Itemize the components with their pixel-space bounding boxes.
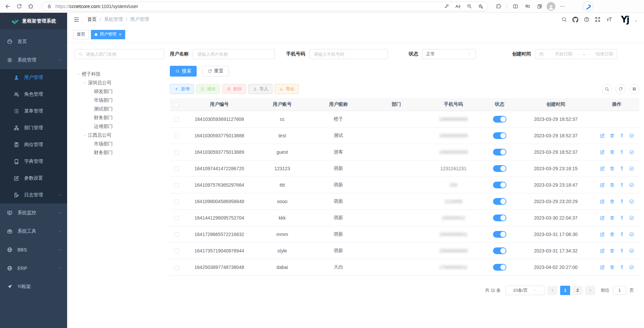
bing-chat-button[interactable] xyxy=(582,1,594,12)
column-settings-button[interactable] xyxy=(629,84,639,94)
column-header-0[interactable]: 用户编号 xyxy=(183,98,255,111)
prev-page-button[interactable] xyxy=(547,286,557,295)
collapse-sidebar-button[interactable] xyxy=(73,16,80,23)
row-checkbox[interactable] xyxy=(174,183,179,188)
status-toggle[interactable] xyxy=(493,116,506,123)
add-favorite-button[interactable] xyxy=(476,2,486,11)
column-header-7[interactable]: 操作 xyxy=(594,98,639,111)
export-button[interactable]: 导出 xyxy=(275,84,299,94)
fullscreen-button[interactable] xyxy=(595,16,601,22)
status-select[interactable]: 正常 xyxy=(422,49,476,59)
favorites-button[interactable] xyxy=(523,2,533,11)
column-header-1[interactable]: 用户账号 xyxy=(255,98,309,111)
header-search-button[interactable] xyxy=(561,16,567,22)
delete-user-button[interactable]: 删除 xyxy=(222,84,246,94)
edit-row-button[interactable] xyxy=(600,215,605,221)
tab-1[interactable]: 用户管理× xyxy=(91,30,125,39)
status-toggle[interactable] xyxy=(493,247,506,254)
delete-row-button[interactable] xyxy=(609,215,615,221)
tree-node-0[interactable]: 橙子科技 xyxy=(75,70,164,79)
status-toggle[interactable] xyxy=(493,198,506,205)
goto-page-input[interactable] xyxy=(613,286,626,295)
status-toggle[interactable] xyxy=(493,165,506,172)
status-toggle[interactable] xyxy=(493,264,506,271)
department-search-field[interactable] xyxy=(75,49,164,59)
reset-password-button[interactable] xyxy=(619,199,625,204)
row-checkbox[interactable] xyxy=(174,117,179,122)
row-checkbox[interactable] xyxy=(174,199,179,204)
column-header-4[interactable]: 手机号码 xyxy=(425,98,482,111)
edit-row-button[interactable] xyxy=(600,265,605,270)
reset-password-button[interactable] xyxy=(619,149,625,155)
address-bar[interactable]: https://ccnetcore.com:1101/system/user xyxy=(42,2,488,11)
edit-row-button[interactable] xyxy=(600,182,605,188)
sidebar-item-5[interactable]: 部门管理 xyxy=(0,120,67,136)
tab-0[interactable]: 首页 xyxy=(73,30,89,39)
tree-node-4[interactable]: 测试部门 xyxy=(75,105,164,113)
status-toggle[interactable] xyxy=(493,215,506,221)
assign-role-button[interactable] xyxy=(629,133,634,138)
edit-row-button[interactable] xyxy=(600,248,605,253)
department-search-input[interactable] xyxy=(85,51,161,57)
column-header-5[interactable]: 状态 xyxy=(482,98,517,111)
reset-password-button[interactable] xyxy=(619,232,625,237)
delete-row-button[interactable] xyxy=(609,265,615,270)
page-button-2[interactable]: 2 xyxy=(573,286,583,295)
breadcrumb-item-0[interactable]: 首页 xyxy=(87,16,97,22)
assign-role-button[interactable] xyxy=(629,166,634,171)
sidebar-item-1[interactable]: 系统管理 xyxy=(0,51,67,69)
site-lock-button[interactable] xyxy=(46,2,53,11)
edit-row-button[interactable] xyxy=(600,199,605,204)
row-checkbox[interactable] xyxy=(174,134,179,138)
next-page-button[interactable] xyxy=(585,286,595,295)
row-checkbox[interactable] xyxy=(174,167,179,171)
sidebar-item-10[interactable]: 系统监控 xyxy=(0,203,67,222)
sidebar-item-12[interactable]: BBS xyxy=(0,240,67,259)
sidebar-item-13[interactable]: ERP xyxy=(0,259,67,277)
reset-password-button[interactable] xyxy=(619,166,625,171)
url-text[interactable]: https://ccnetcore.com:1101/system/user xyxy=(55,4,439,9)
app-logo[interactable]: 意框架管理系统 xyxy=(0,13,67,30)
sidebar-item-2[interactable]: 用户管理 xyxy=(0,69,67,86)
collections-button[interactable] xyxy=(535,2,545,11)
browser-home-button[interactable] xyxy=(26,2,36,11)
column-header-3[interactable]: 部门 xyxy=(368,98,425,111)
read-aloud-button[interactable] xyxy=(453,2,463,11)
toggle-search-button[interactable] xyxy=(602,84,612,94)
assign-role-button[interactable] xyxy=(629,215,634,221)
sidebar-item-8[interactable]: 参数设置 xyxy=(0,170,67,187)
row-checkbox[interactable] xyxy=(174,150,179,155)
assign-role-button[interactable] xyxy=(629,182,634,188)
help-button[interactable] xyxy=(584,16,590,22)
user-logo[interactable]: Yj xyxy=(621,15,629,24)
edit-user-button[interactable]: 修改 xyxy=(196,84,220,94)
status-toggle[interactable] xyxy=(493,132,506,139)
browser-back-button[interactable] xyxy=(3,2,13,11)
edit-row-button[interactable] xyxy=(600,149,605,155)
phone-input[interactable] xyxy=(313,51,384,57)
delete-row-button[interactable] xyxy=(609,166,615,171)
edit-row-button[interactable] xyxy=(600,232,605,237)
tree-node-5[interactable]: 财务部门 xyxy=(75,113,164,122)
reset-password-button[interactable] xyxy=(619,133,625,138)
tree-node-8[interactable]: 市场部门 xyxy=(75,140,164,148)
reset-password-button[interactable] xyxy=(619,265,625,270)
tree-node-3[interactable]: 市场部门 xyxy=(75,96,164,105)
user-menu-button[interactable] xyxy=(634,19,638,23)
page-size-select[interactable]: 10条/页 xyxy=(505,286,545,295)
sidebar-item-9[interactable]: 日志管理 xyxy=(0,187,67,203)
import-button[interactable]: 导入 xyxy=(248,84,273,94)
browser-menu-button[interactable] xyxy=(557,2,567,11)
column-header-2[interactable]: 用户昵称 xyxy=(309,98,368,111)
font-size-button[interactable] xyxy=(606,16,612,23)
edit-row-button[interactable] xyxy=(600,166,605,171)
sidebar-item-7[interactable]: 字典管理 xyxy=(0,153,67,170)
sidebar-item-0[interactable]: 首页 xyxy=(0,32,67,51)
sidebar-item-4[interactable]: 菜单管理 xyxy=(0,103,67,120)
reset-password-button[interactable] xyxy=(619,248,625,253)
phone-field[interactable] xyxy=(309,49,388,59)
reset-password-button[interactable] xyxy=(619,182,625,188)
row-checkbox[interactable] xyxy=(174,216,179,221)
split-screen-button[interactable] xyxy=(510,2,521,11)
created-date-range[interactable]: 开始日期 - 结束日期 xyxy=(535,49,617,59)
